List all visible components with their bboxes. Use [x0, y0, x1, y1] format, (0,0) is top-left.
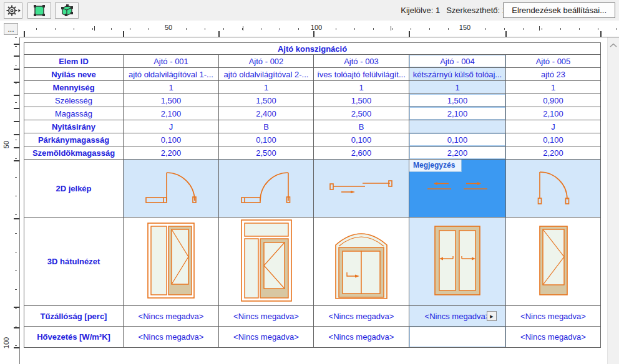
header-height-row: Szemöldökmagasság 2,200 2,500 2,600 2,20… [24, 146, 601, 160]
opening-name-1[interactable]: ajtó oldalvilágítóval 1-... [124, 68, 219, 81]
layout-settings-button[interactable]: Elrendezések beállításai... [503, 2, 615, 18]
opening-direction-3[interactable]: B [314, 120, 409, 133]
heat-transfer-1[interactable]: <Nincs megadva> [124, 327, 219, 348]
opening-direction-2[interactable]: B [219, 120, 314, 133]
select-2d-button[interactable] [27, 2, 51, 19]
header-height-2[interactable]: 2,500 [219, 146, 314, 160]
fire-rating-1[interactable]: <Nincs megadva> [124, 306, 219, 327]
height-row: Magasság 2,100 2,400 2,500 2,100 2,100 [24, 107, 601, 120]
header-height-label: Szemöldökmagasság [24, 146, 124, 160]
opening-direction-5[interactable]: J [506, 120, 601, 133]
quantity-5[interactable]: 1 [506, 81, 601, 94]
header-height-3[interactable]: 2,600 [314, 146, 409, 160]
opening-name-5[interactable]: ajtó 23 [506, 68, 601, 81]
vertical-scrollbar[interactable] [607, 37, 619, 364]
heat-transfer-label: Hővezetés [W/m²K] [24, 327, 124, 348]
opening-name-3[interactable]: íves tolóajtó felülvilágít... [314, 68, 409, 81]
height-2[interactable]: 2,400 [219, 107, 314, 120]
ruler-major-tick [14, 160, 19, 161]
opening-name-2[interactable]: ajtó oldalvilágítóval 2-... [219, 68, 314, 81]
rear-view-3d-5[interactable] [506, 218, 601, 306]
selected-count: Kijelölve: 1 [401, 6, 440, 15]
header-height-4-edit-field[interactable]: 2,200 [409, 146, 506, 160]
header-height-1[interactable]: 2,200 [124, 146, 219, 160]
symbol-2d-label: 2D jelkép [24, 160, 124, 218]
quantity-1[interactable]: 1 [124, 81, 219, 94]
width-1[interactable]: 1,500 [124, 94, 219, 107]
fire-rating-4-selected[interactable]: <Nincs megadva> ▶ [409, 306, 506, 327]
quantity-3[interactable]: 1 [314, 81, 409, 94]
quantity-2[interactable]: 1 [219, 81, 314, 94]
elem-id-3[interactable]: Ajtó - 003 [314, 55, 409, 68]
ruler-major-tick [600, 31, 602, 37]
sill-height-label: Párkánymagasság [24, 133, 124, 146]
options-dropdown-button[interactable]: ▶ [487, 311, 497, 321]
symbol-2d-1[interactable] [124, 160, 219, 218]
width-4-edit-field[interactable]: 1,500 [409, 94, 506, 107]
sill-height-1[interactable]: 0,100 [124, 133, 219, 146]
sill-height-2[interactable]: 0,100 [219, 133, 314, 146]
ruler-label-50: 50 [162, 24, 175, 31]
sill-height-4-edit-field[interactable]: 0,100 [409, 133, 506, 146]
symbol-2d-4-selected[interactable]: Megjegyzés [409, 160, 506, 218]
sill-height-row: Párkánymagasság 0,100 0,100 0,100 0,100 … [24, 133, 601, 146]
heat-transfer-4-edit-field[interactable] [409, 327, 506, 348]
door-2d-swing-right-icon [516, 166, 591, 209]
ruler-minor-ticks [15, 37, 17, 364]
symbol-2d-2[interactable] [219, 160, 314, 218]
rear-view-3d-3[interactable] [314, 218, 409, 306]
rear-view-3d-1[interactable] [124, 218, 219, 306]
note-flag: Megjegyzés [409, 160, 462, 172]
settings-button[interactable] [4, 2, 22, 19]
ruler-medium-tick [94, 26, 95, 31]
ruler-label-50: 50 [2, 139, 10, 150]
heat-transfer-3[interactable]: <Nincs megadva> [314, 327, 409, 348]
flyout-arrow-icon [19, 9, 21, 12]
sill-height-3[interactable]: 0,100 [314, 133, 409, 146]
fire-rating-3[interactable]: <Nincs megadva> [314, 306, 409, 327]
symbol-2d-5[interactable] [506, 160, 601, 218]
fire-rating-2[interactable]: <Nincs megadva> [219, 306, 314, 327]
ruler-major-tick [14, 82, 19, 83]
fire-rating-4-value: <Nincs megadva> [425, 312, 490, 321]
ruler-major-tick [14, 327, 19, 328]
rear-view-3d-4-selected[interactable] [409, 218, 506, 306]
rear-view-3d-2[interactable] [219, 218, 314, 306]
heat-transfer-2[interactable]: <Nincs megadva> [219, 327, 314, 348]
rear-view-3d-row: 3D hátulnézet [24, 218, 601, 306]
door-3d-sidelight-transom-icon [241, 219, 292, 302]
opening-direction-1[interactable]: J [124, 120, 219, 133]
opening-name-4[interactable]: kétszárnyú külső tolóaj... [409, 68, 506, 81]
ruler-major-tick [24, 31, 25, 37]
elem-id-2[interactable]: Ajtó - 002 [219, 55, 314, 68]
width-5[interactable]: 0,900 [506, 94, 601, 107]
heat-transfer-5[interactable]: <Nincs megadva> [506, 327, 601, 348]
ruler-major-tick [14, 307, 19, 308]
opening-direction-4[interactable] [409, 120, 506, 133]
width-2[interactable]: 1,500 [219, 94, 314, 107]
width-3[interactable]: 1,500 [314, 94, 409, 107]
header-height-5[interactable]: 2,200 [506, 146, 601, 160]
sill-height-5[interactable]: 0,100 [506, 133, 601, 146]
door-3d-double-sliding-icon [434, 226, 480, 295]
ruler-major-tick [14, 147, 19, 148]
height-1[interactable]: 2,100 [124, 107, 219, 120]
quantity-4[interactable]: 1 [409, 81, 506, 94]
ruler-major-tick [14, 121, 19, 122]
elem-id-1[interactable]: Ajtó - 001 [124, 55, 219, 68]
ruler-major-tick [505, 31, 507, 37]
quantity-row: Mennyiség 1 1 1 1 1 [24, 81, 601, 94]
height-5[interactable]: 2,100 [506, 107, 601, 120]
opening-name-row: Nyílás neve ajtó oldalvilágítóval 1-... … [24, 68, 601, 81]
height-3[interactable]: 2,500 [314, 107, 409, 120]
symbol-2d-3[interactable] [314, 160, 409, 218]
elem-id-4-edit-field[interactable]: Ajtó - 004 [409, 55, 506, 68]
height-4-edit-field[interactable]: 2,100 [409, 107, 506, 120]
door-3d-sidelight-icon [147, 223, 195, 299]
ruler-label-100: 100 [308, 24, 324, 31]
elem-id-5[interactable]: Ajtó - 005 [506, 55, 601, 68]
fire-rating-5[interactable]: <Nincs megadva> [506, 306, 601, 327]
view-3d-button[interactable] [55, 2, 79, 19]
ruler-options-button[interactable]: ... [4, 23, 18, 35]
elem-id-row: Elem ID Ajtó - 001 Ajtó - 002 Ajtó - 003… [24, 55, 601, 68]
